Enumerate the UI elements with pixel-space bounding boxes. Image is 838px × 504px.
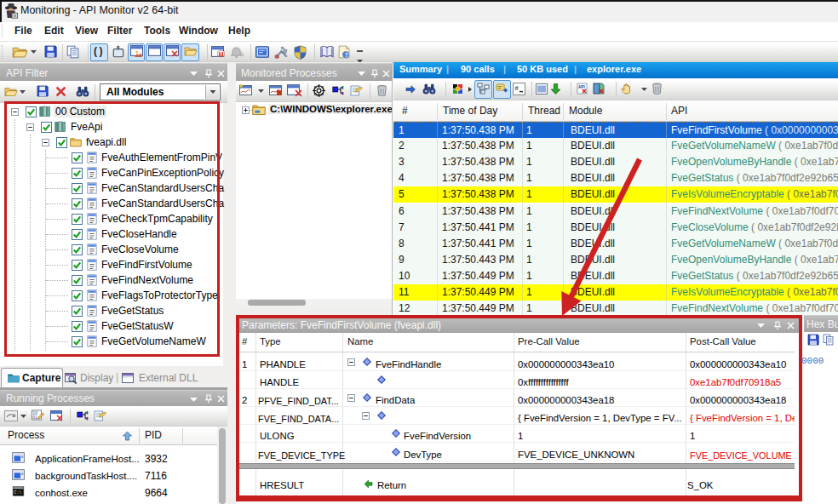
svg-text:01: 01 [33, 415, 38, 420]
svg-text:?: ? [345, 52, 348, 58]
svg-text:M: M [13, 14, 16, 18]
svg-text:API: API [578, 85, 585, 89]
